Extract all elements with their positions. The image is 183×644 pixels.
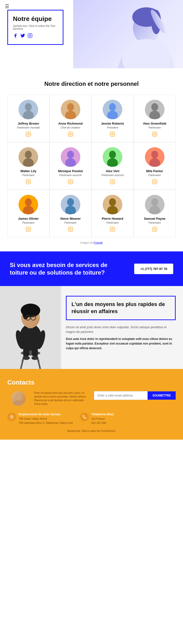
team-name-3: Jennie Roberts [101,122,124,125]
contacts-phone: Téléphone (fixe) 131 Fresno 012 321 636 [80,412,114,425]
contacts-submit-button[interactable]: SOUMETTRE [148,391,176,400]
team-role-10: Partenaire [64,221,76,224]
svg-rect-76 [32,344,38,357]
team-role-7: Partenaire associé [102,174,124,176]
menu-icon[interactable]: ☰ [5,4,9,9]
team-role-11: Partenaire [106,221,119,224]
team-instagram-icon-12[interactable] [152,226,158,233]
business-content: L'un des moyens les plus rapides de réus… [61,286,183,369]
svg-point-60 [109,198,116,206]
map-pin-icon [10,415,14,419]
cta-text: Si vous avez besoin de services de toitu… [10,261,112,276]
team-card-3: Jennie Roberts Président [92,94,134,142]
team-role-4: Partenaire [148,126,161,129]
team-instagram-icon-11[interactable] [110,226,115,233]
team-card-5: Walter Lily Partenaire [7,142,50,190]
team-instagram-icon-7[interactable] [110,179,115,186]
facebook-link[interactable] [13,33,18,39]
contacts-title: Contacts [7,379,176,386]
team-instagram-icon-9[interactable] [26,226,31,233]
team-card-4: Alex Greenfield Partenaire [134,94,176,142]
phone-number1: 131 Fresno [91,417,114,421]
svg-point-35 [67,151,74,158]
business-title-box: L'un des moyens les plus rapides de réus… [66,296,176,320]
team-avatar-5 [18,147,38,167]
team-role-3: Président [107,126,118,129]
contacts-avatar [11,391,26,406]
team-name-10: Steve Weaver [60,217,81,220]
team-avatar-4 [145,100,164,119]
team-avatar-3 [103,100,122,119]
hero-background-image [73,0,183,68]
svg-rect-67 [152,227,157,232]
contacts-section: Contacts Proin vel laoreet ante Duis sed… [0,369,183,440]
freepik-credit: Images de Freepik [7,241,176,244]
svg-point-89 [15,393,22,401]
team-role-6: Partenaire associé [59,174,82,176]
team-grid: Jeffrey Brown Partenaire mondial Anne Ri… [7,94,176,237]
svg-point-30 [25,151,32,158]
contacts-avatar-area [7,391,29,408]
svg-rect-27 [152,132,157,136]
team-instagram-icon-5[interactable] [26,179,31,186]
freepik-link[interactable]: Freepik [94,241,103,244]
svg-rect-7 [28,34,32,38]
svg-point-55 [67,198,74,206]
cta-phone-button[interactable]: +1 (777) 787 87 78 [134,264,173,274]
contacts-bottom: Emplacement de notre bureau 738 Green Va… [7,412,176,425]
team-name-9: James Olivier [18,217,39,220]
team-avatar-11 [103,195,122,214]
svg-rect-22 [110,132,115,136]
team-avatar-10 [61,195,80,214]
svg-point-45 [151,151,158,158]
team-instagram-icon-6[interactable] [68,179,73,186]
svg-point-20 [109,103,116,111]
team-card-8: Mila Parker Partenaire [134,142,176,190]
hero-social-links [13,33,57,39]
hero-subtitle: Sample text. Click to select the Text El… [13,24,57,30]
svg-point-65 [151,198,158,206]
team-instagram-icon-2[interactable] [68,132,73,138]
svg-point-50 [25,198,32,206]
svg-rect-32 [26,180,30,184]
team-instagram-icon-4[interactable] [152,132,158,138]
facebook-icon [13,33,18,38]
business-section: L'un des moyens les plus rapides de réus… [0,286,183,369]
team-instagram-icon-10[interactable] [68,226,73,233]
team-instagram-icon-8[interactable] [152,179,158,186]
team-card-9: James Olivier Partenaire [7,190,50,237]
team-card-10: Steve Weaver Partenaire [50,190,92,237]
instagram-link[interactable] [28,33,32,39]
team-name-11: Pierre Howard [102,217,123,220]
team-name-1: Jeffrey Brown [18,122,39,125]
twitter-link[interactable] [20,33,25,39]
business-desc1: Dictum sit amet justo donec enim diam vu… [66,325,176,334]
svg-rect-75 [23,344,29,357]
location-details: Emplacement de notre bureau 738 Green Va… [18,412,73,425]
team-role-12: Partenaire [148,221,161,224]
hero-content-box: Notre équipe Sample text. Click to selec… [7,10,64,45]
team-name-4: Alex Greenfield [143,122,166,125]
team-section-title: Notre direction et notre personnel [7,80,176,87]
team-role-5: Partenaire [22,174,35,176]
svg-point-91 [11,416,12,417]
contacts-email-input[interactable] [94,391,148,400]
phone-number2: 012 321 636 [91,421,114,425]
team-card-7: Alex Vert Partenaire associé [92,142,134,190]
svg-rect-62 [110,227,115,232]
phone-icon [80,412,89,421]
team-instagram-icon-1[interactable] [26,132,31,138]
svg-point-77 [23,356,30,360]
team-avatar-12 [145,195,164,214]
team-avatar-1 [18,100,38,119]
team-card-11: Pierre Howard Partenaire [92,190,134,237]
team-instagram-icon-3[interactable] [110,132,115,138]
team-card-6: Monique Pouliot Partenaire associé [50,142,92,190]
svg-rect-17 [68,132,73,136]
svg-rect-47 [152,180,157,184]
team-role-8: Partenaire [148,174,161,176]
business-image [0,286,61,369]
contacts-info-area: Proin vel laoreet ante Duis sed sem Lore… [34,391,89,408]
svg-rect-42 [110,180,115,184]
team-role-2: Chef de création [60,126,80,129]
